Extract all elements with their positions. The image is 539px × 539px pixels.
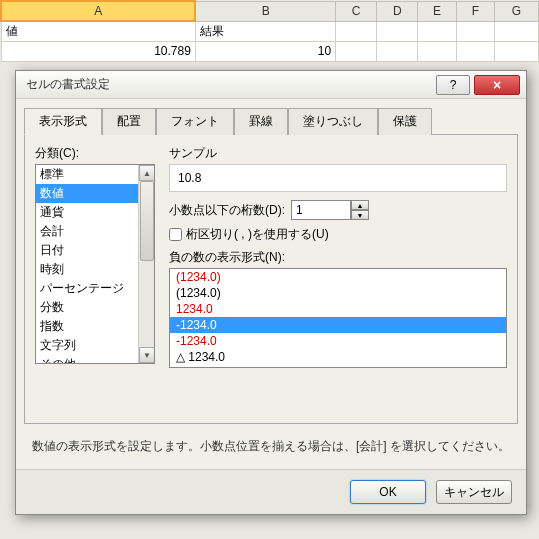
tab-strip: 表示形式 配置 フォント 罫線 塗りつぶし 保護 bbox=[16, 99, 526, 134]
col-header-e[interactable]: E bbox=[418, 1, 456, 21]
help-button[interactable]: ? bbox=[436, 75, 470, 95]
negative-format-listbox[interactable]: (1234.0)(1234.0)1234.0-1234.0-1234.0△ 12… bbox=[169, 268, 507, 368]
category-item[interactable]: 分数 bbox=[36, 298, 154, 317]
category-item[interactable]: 標準 bbox=[36, 165, 154, 184]
decimals-input[interactable] bbox=[291, 200, 351, 220]
col-header-g[interactable]: G bbox=[494, 1, 538, 21]
cell-f2[interactable] bbox=[456, 41, 494, 61]
spreadsheet: A B C D E F G 値 結果 10.789 10 bbox=[0, 0, 539, 62]
cell-f1[interactable] bbox=[456, 21, 494, 41]
category-item[interactable]: 会計 bbox=[36, 222, 154, 241]
negative-format-item[interactable]: △ 1234.0 bbox=[170, 349, 506, 365]
tab-alignment[interactable]: 配置 bbox=[102, 108, 156, 135]
col-header-b[interactable]: B bbox=[195, 1, 335, 21]
spin-up-icon[interactable]: ▲ bbox=[351, 200, 369, 210]
col-header-a[interactable]: A bbox=[1, 1, 195, 21]
button-bar: OK キャンセル bbox=[16, 469, 526, 514]
category-item[interactable]: 数値 bbox=[36, 184, 154, 203]
category-item[interactable]: 通貨 bbox=[36, 203, 154, 222]
thousands-separator-checkbox[interactable] bbox=[169, 228, 182, 241]
cell-b2[interactable]: 10 bbox=[195, 41, 335, 61]
dialog-title: セルの書式設定 bbox=[26, 76, 432, 93]
category-item[interactable]: 指数 bbox=[36, 317, 154, 336]
hint-text: 数値の表示形式を設定します。小数点位置を揃える場合は、[会計] を選択してくださ… bbox=[16, 424, 526, 469]
format-cells-dialog: セルの書式設定 ? × 表示形式 配置 フォント 罫線 塗りつぶし 保護 分類(… bbox=[15, 70, 527, 515]
negative-format-item[interactable]: -1234.0 bbox=[170, 317, 506, 333]
cell-c2[interactable] bbox=[336, 41, 377, 61]
titlebar[interactable]: セルの書式設定 ? × bbox=[16, 71, 526, 99]
scrollbar[interactable]: ▲ ▼ bbox=[138, 165, 154, 363]
negative-format-item[interactable]: (1234.0) bbox=[170, 285, 506, 301]
cancel-button[interactable]: キャンセル bbox=[436, 480, 512, 504]
negative-format-item[interactable]: -1234.0 bbox=[170, 333, 506, 349]
cell-b1[interactable]: 結果 bbox=[195, 21, 335, 41]
cell-a1[interactable]: 値 bbox=[1, 21, 195, 41]
sample-value: 10.8 bbox=[178, 171, 201, 185]
close-button[interactable]: × bbox=[474, 75, 520, 95]
col-header-d[interactable]: D bbox=[377, 1, 418, 21]
negative-format-item[interactable]: 1234.0 bbox=[170, 301, 506, 317]
spin-down-icon[interactable]: ▼ bbox=[351, 210, 369, 220]
close-icon: × bbox=[493, 77, 501, 93]
category-item[interactable]: パーセンテージ bbox=[36, 279, 154, 298]
column-headers: A B C D E F G bbox=[1, 1, 539, 21]
tab-font[interactable]: フォント bbox=[156, 108, 234, 135]
cell-a2[interactable]: 10.789 bbox=[1, 41, 195, 61]
cell-g2[interactable] bbox=[494, 41, 538, 61]
tab-protection[interactable]: 保護 bbox=[378, 108, 432, 135]
sample-box: 10.8 bbox=[169, 164, 507, 192]
cell-g1[interactable] bbox=[494, 21, 538, 41]
scroll-up-icon[interactable]: ▲ bbox=[139, 165, 155, 181]
tab-fill[interactable]: 塗りつぶし bbox=[288, 108, 378, 135]
category-label: 分類(C): bbox=[35, 145, 155, 162]
category-item[interactable]: 時刻 bbox=[36, 260, 154, 279]
cell-e2[interactable] bbox=[418, 41, 456, 61]
col-header-c[interactable]: C bbox=[336, 1, 377, 21]
category-item[interactable]: その他 bbox=[36, 355, 154, 364]
category-item[interactable]: 文字列 bbox=[36, 336, 154, 355]
col-header-f[interactable]: F bbox=[456, 1, 494, 21]
cell-d1[interactable] bbox=[377, 21, 418, 41]
sample-label: サンプル bbox=[169, 145, 507, 162]
cell-e1[interactable] bbox=[418, 21, 456, 41]
tab-border[interactable]: 罫線 bbox=[234, 108, 288, 135]
negative-format-item[interactable]: ▲ 1234.0 bbox=[170, 365, 506, 368]
category-listbox[interactable]: 標準数値通貨会計日付時刻パーセンテージ分数指数文字列その他ユーザー定義 ▲ ▼ bbox=[35, 164, 155, 364]
decimals-spinner[interactable]: ▲ ▼ bbox=[291, 200, 369, 220]
negative-format-item[interactable]: (1234.0) bbox=[170, 269, 506, 285]
negative-format-label: 負の数の表示形式(N): bbox=[169, 249, 507, 266]
tab-panel: 分類(C): 標準数値通貨会計日付時刻パーセンテージ分数指数文字列その他ユーザー… bbox=[24, 134, 518, 424]
row-2: 10.789 10 bbox=[1, 41, 539, 61]
row-1: 値 結果 bbox=[1, 21, 539, 41]
ok-button[interactable]: OK bbox=[350, 480, 426, 504]
cell-d2[interactable] bbox=[377, 41, 418, 61]
tab-number-format[interactable]: 表示形式 bbox=[24, 108, 102, 135]
help-icon: ? bbox=[450, 78, 457, 92]
scroll-down-icon[interactable]: ▼ bbox=[139, 347, 155, 363]
cell-c1[interactable] bbox=[336, 21, 377, 41]
scroll-thumb[interactable] bbox=[140, 181, 154, 261]
decimals-label: 小数点以下の桁数(D): bbox=[169, 202, 285, 219]
thousands-separator-label: 桁区切り( , )を使用する(U) bbox=[186, 226, 329, 243]
category-item[interactable]: 日付 bbox=[36, 241, 154, 260]
